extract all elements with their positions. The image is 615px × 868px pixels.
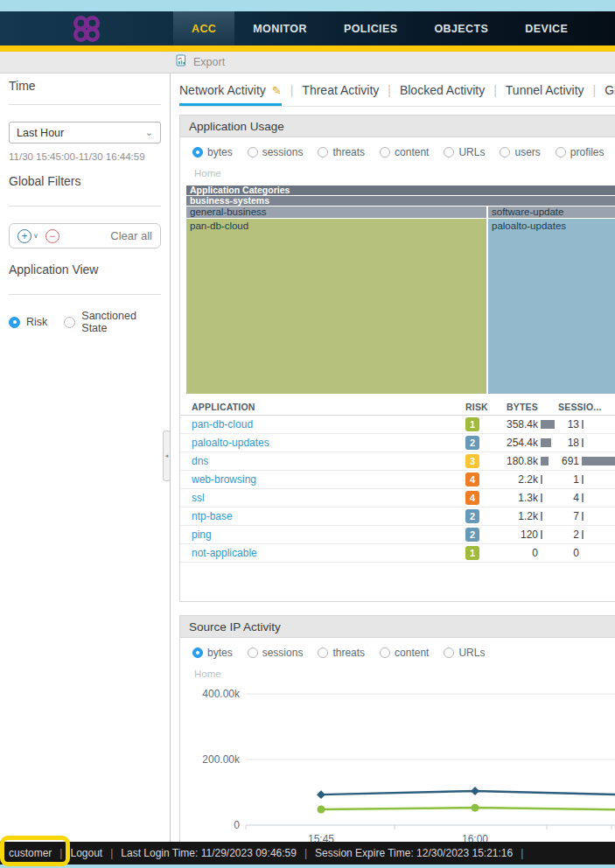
- main-nav-tabs: ACC MONITOR POLICIES OBJECTS DEVICE: [173, 11, 586, 46]
- bytes-value: 0: [487, 547, 538, 559]
- app-link[interactable]: dns: [192, 455, 208, 467]
- sessions-bar: [582, 438, 584, 447]
- metric-content[interactable]: content: [380, 647, 429, 659]
- tab-globalprotect-activity[interactable]: GlobalPro: [605, 83, 615, 106]
- tab-network-activity-label: Network Activity: [179, 83, 266, 97]
- svg-text:15:45: 15:45: [308, 833, 334, 842]
- metric-users[interactable]: users: [500, 146, 540, 158]
- bytes-value: 2.2k: [487, 473, 538, 486]
- footer-separator: |: [304, 847, 307, 859]
- top-navbar: ACC MONITOR POLICIES OBJECTS DEVICE: [0, 11, 615, 46]
- treemap-breadcrumb[interactable]: Home: [180, 158, 615, 178]
- radio-unselected-icon[interactable]: [556, 147, 566, 158]
- radio-unselected-icon[interactable]: [500, 147, 510, 158]
- tab-network-activity[interactable]: Network Activity ✎: [179, 83, 282, 106]
- radio-unselected-icon[interactable]: [380, 648, 390, 658]
- divider: [9, 104, 161, 105]
- radio-unselected-icon[interactable]: [380, 147, 390, 158]
- logout-link[interactable]: Logout: [70, 847, 102, 859]
- treemap-cell-paloalto-updates[interactable]: paloalto-updates: [488, 219, 615, 394]
- metric-label: bytes: [207, 146, 233, 158]
- sessions-value: 13: [558, 418, 579, 430]
- radio-unselected-icon[interactable]: [64, 317, 75, 328]
- edit-pencil-icon[interactable]: ✎: [272, 84, 282, 97]
- app-link[interactable]: web-browsing: [192, 473, 256, 486]
- header-application[interactable]: APPLICATION: [180, 402, 465, 412]
- app-link[interactable]: not-applicable: [192, 547, 257, 559]
- radio-unselected-icon[interactable]: [248, 147, 258, 158]
- nav-tab-objects[interactable]: OBJECTS: [416, 11, 507, 46]
- metric-label: threats: [332, 146, 365, 158]
- radio-unselected-icon[interactable]: [318, 648, 328, 658]
- metric-urls[interactable]: URLs: [444, 647, 485, 659]
- radio-unselected-icon[interactable]: [444, 648, 454, 658]
- export-button[interactable]: Export: [176, 54, 225, 70]
- metric-label: sessions: [262, 146, 304, 158]
- time-range-detail: 11/30 15:45:00-11/30 16:44:59: [9, 151, 161, 162]
- view-option-sanctioned-state[interactable]: Sanctioned State: [64, 310, 161, 334]
- header-bytes[interactable]: BYTES: [487, 402, 538, 412]
- sessions-bar: [582, 457, 615, 466]
- sessions-bar: [582, 420, 584, 429]
- radio-selected-icon[interactable]: [192, 648, 203, 658]
- chart-breadcrumb[interactable]: Home: [180, 659, 615, 679]
- metric-sessions[interactable]: sessions: [248, 146, 304, 158]
- app-link[interactable]: ntp-base: [192, 510, 233, 522]
- metric-urls[interactable]: URLs: [444, 146, 485, 158]
- table-row: ping 2 120 2 0: [180, 526, 615, 544]
- table-row: paloalto-updates 2 254.4k 18 0: [180, 434, 615, 452]
- treemap-subcategory-bar[interactable]: general-business: [186, 206, 486, 218]
- radio-unselected-icon[interactable]: [444, 147, 454, 158]
- sidebar-collapse-handle[interactable]: ◂: [163, 430, 171, 481]
- table-row: pan-db-cloud 1 358.4k 13 0: [180, 416, 615, 434]
- view-option-risk-label: Risk: [26, 316, 47, 328]
- metric-content[interactable]: content: [380, 146, 429, 158]
- app-link[interactable]: ping: [192, 528, 212, 541]
- sessions-value: 7: [558, 510, 579, 522]
- line-chart-canvas: 400.00k200.00k015:4516:00: [180, 684, 615, 842]
- add-filter-button[interactable]: +: [17, 229, 31, 243]
- acc-view-tabs: Network Activity ✎ | Threat Activity | B…: [179, 74, 615, 107]
- nav-tab-policies[interactable]: POLICIES: [325, 11, 416, 46]
- radio-unselected-icon[interactable]: [248, 648, 258, 658]
- footer-separator: |: [59, 847, 62, 859]
- add-filter-chevron-icon[interactable]: ∨: [33, 232, 38, 240]
- app-link[interactable]: pan-db-cloud: [192, 418, 253, 430]
- clear-all-filters-button[interactable]: Clear all: [110, 229, 152, 242]
- tab-threat-activity[interactable]: Threat Activity: [302, 83, 379, 106]
- treemap-root-bar[interactable]: Application Categories: [186, 186, 615, 195]
- sessions-value: 2: [558, 528, 579, 541]
- metric-threats[interactable]: threats: [318, 146, 365, 158]
- metric-sessions[interactable]: sessions: [248, 647, 304, 659]
- nav-tab-device[interactable]: DEVICE: [507, 11, 586, 46]
- last-login-time: Last Login Time: 11/29/2023 09:46:59: [121, 847, 297, 859]
- header-risk[interactable]: RISK: [465, 402, 487, 412]
- time-range-select[interactable]: Last Hour ⌄: [9, 122, 161, 144]
- treemap-cell-pan-db-cloud[interactable]: pan-db-cloud: [186, 219, 486, 394]
- app-link[interactable]: paloalto-updates: [192, 437, 269, 449]
- treemap-group-bar[interactable]: business-systems: [186, 196, 615, 206]
- header-sessions[interactable]: SESSIO...: [558, 402, 615, 412]
- brand-knot-logo-icon: [66, 14, 107, 47]
- nav-tab-monitor[interactable]: MONITOR: [234, 11, 325, 46]
- sessions-value: 0: [558, 547, 579, 559]
- application-usage-metric-radios: bytes sessions threats content URLs user…: [180, 137, 615, 158]
- remove-filter-button[interactable]: −: [45, 229, 59, 243]
- treemap-subcategory-bar[interactable]: software-update: [488, 206, 615, 218]
- metric-threats[interactable]: threats: [318, 647, 365, 659]
- radio-unselected-icon[interactable]: [318, 147, 328, 158]
- table-row: ssl 4 1.3k 4 0: [180, 489, 615, 508]
- panel-bottom-spacer: [180, 563, 615, 601]
- nav-tab-acc[interactable]: ACC: [173, 11, 234, 46]
- radio-selected-icon[interactable]: [192, 147, 203, 158]
- radio-selected-icon[interactable]: [9, 317, 20, 328]
- tab-tunnel-activity[interactable]: Tunnel Activity: [506, 83, 584, 106]
- tab-blocked-activity[interactable]: Blocked Activity: [400, 83, 485, 106]
- view-option-risk[interactable]: Risk: [9, 316, 47, 328]
- metric-bytes[interactable]: bytes: [192, 146, 233, 158]
- metric-bytes[interactable]: bytes: [192, 647, 233, 659]
- metric-profiles[interactable]: profiles: [556, 146, 605, 158]
- table-header-row: APPLICATION RISK BYTES SESSIO... T: [180, 399, 615, 416]
- app-link[interactable]: ssl: [192, 492, 205, 504]
- time-heading: Time: [9, 79, 161, 93]
